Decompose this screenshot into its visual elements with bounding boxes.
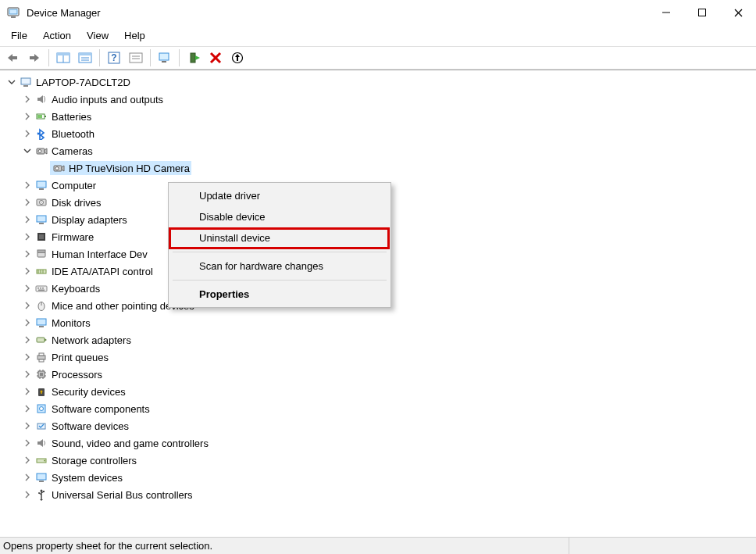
- statusbar: Opens property sheet for the current sel…: [0, 537, 756, 554]
- category-icon: [34, 367, 48, 381]
- tree-category[interactable]: Sound, video and game controllers: [3, 434, 756, 452]
- collapse-icon[interactable]: [6, 77, 17, 88]
- svg-rect-22: [162, 61, 166, 63]
- close-button[interactable]: [720, 0, 756, 25]
- category-icon: [34, 264, 48, 278]
- tree-device[interactable]: HP TrueVision HD Camera: [3, 159, 756, 177]
- expand-icon[interactable]: [22, 111, 33, 122]
- toolbar: ?: [0, 46, 756, 70]
- scan-hardware-button[interactable]: [155, 48, 174, 67]
- expand-icon[interactable]: [22, 369, 33, 380]
- expand-icon[interactable]: [22, 248, 33, 259]
- menu-action[interactable]: Action: [35, 27, 79, 45]
- category-label: Storage controllers: [52, 455, 137, 466]
- ctx-separator: [173, 252, 387, 252]
- expand-icon[interactable]: [22, 94, 33, 105]
- tree-category[interactable]: Batteries: [3, 108, 756, 125]
- help-button[interactable]: ?: [105, 48, 123, 67]
- ctx-disable-device[interactable]: Disable device: [171, 206, 388, 227]
- ctx-update-driver[interactable]: Update driver: [171, 185, 388, 206]
- menu-file[interactable]: File: [3, 27, 35, 45]
- expand-icon[interactable]: [22, 438, 33, 449]
- show-hide-console-button[interactable]: [54, 48, 73, 67]
- ctx-scan-hardware[interactable]: Scan for hardware changes: [171, 256, 388, 277]
- category-icon: [34, 247, 48, 261]
- svg-point-35: [55, 167, 59, 170]
- back-button[interactable]: [3, 48, 22, 67]
- menu-view[interactable]: View: [79, 27, 116, 45]
- category-icon: [34, 350, 48, 364]
- tree-category[interactable]: Processors: [3, 366, 756, 383]
- expand-icon[interactable]: [22, 489, 33, 500]
- svg-rect-42: [39, 223, 44, 224]
- category-icon: [34, 333, 48, 347]
- tree-root-label: LAPTOP-7ADCLT2D: [36, 77, 130, 88]
- category-icon: [34, 316, 48, 330]
- category-label: Human Interface Dev: [52, 248, 148, 260]
- category-label: Software components: [52, 403, 150, 415]
- expand-icon[interactable]: [22, 352, 33, 363]
- category-icon: [34, 109, 48, 123]
- expand-icon[interactable]: [22, 317, 33, 328]
- expand-icon[interactable]: [22, 420, 33, 431]
- svg-rect-37: [39, 188, 44, 190]
- svg-point-86: [38, 492, 40, 494]
- maximize-button[interactable]: [684, 0, 720, 25]
- properties-button[interactable]: [76, 48, 94, 67]
- tree-category[interactable]: Software devices: [3, 417, 756, 434]
- tree-category[interactable]: Monitors: [3, 314, 756, 331]
- enable-device-button[interactable]: [184, 48, 203, 67]
- expand-icon[interactable]: [22, 266, 33, 277]
- svg-rect-59: [39, 326, 44, 327]
- minimize-button[interactable]: [648, 0, 684, 25]
- camera-icon: [52, 161, 66, 175]
- svg-rect-65: [40, 373, 43, 376]
- expand-icon[interactable]: [22, 455, 33, 466]
- expand-icon[interactable]: [22, 283, 33, 294]
- expand-icon[interactable]: [22, 334, 33, 345]
- tree-category[interactable]: Bluetooth: [3, 125, 756, 142]
- tree-category[interactable]: Print queues: [3, 348, 756, 366]
- svg-rect-61: [37, 356, 45, 359]
- expand-icon[interactable]: [22, 403, 33, 414]
- svg-rect-4: [699, 9, 706, 16]
- device-label: HP TrueVision HD Camera: [69, 163, 190, 174]
- menu-help[interactable]: Help: [116, 27, 153, 45]
- tree-category[interactable]: System devices: [3, 469, 756, 486]
- category-label: System devices: [52, 472, 123, 484]
- collapse-icon[interactable]: [22, 145, 33, 156]
- tree-category[interactable]: Cameras: [3, 142, 756, 159]
- expand-icon[interactable]: [22, 231, 33, 242]
- expand-icon[interactable]: [22, 386, 33, 397]
- category-icon: [34, 470, 48, 484]
- expand-icon[interactable]: [22, 300, 33, 311]
- category-label: Bluetooth: [52, 128, 94, 140]
- tree-category[interactable]: Software components: [3, 400, 756, 417]
- svg-rect-87: [43, 491, 45, 492]
- expand-icon[interactable]: [22, 180, 33, 191]
- svg-rect-8: [30, 56, 34, 59]
- expand-icon[interactable]: [22, 197, 33, 208]
- ctx-uninstall-device[interactable]: Uninstall device: [171, 227, 388, 248]
- svg-rect-76: [41, 391, 41, 394]
- update-driver-button[interactable]: [228, 48, 247, 67]
- tree-category[interactable]: Network adapters: [3, 331, 756, 348]
- uninstall-device-button[interactable]: [206, 48, 225, 67]
- expand-icon[interactable]: [22, 128, 33, 139]
- tree-category[interactable]: Audio inputs and outputs: [3, 91, 756, 108]
- action-menu-button[interactable]: [127, 48, 145, 67]
- tree-root[interactable]: LAPTOP-7ADCLT2D: [3, 73, 756, 91]
- svg-point-33: [38, 150, 41, 153]
- toolbar-separator: [179, 49, 180, 66]
- ctx-properties[interactable]: Properties: [171, 284, 388, 305]
- category-label: Keyboards: [52, 283, 100, 295]
- expand-icon[interactable]: [22, 214, 33, 225]
- expand-icon[interactable]: [22, 472, 33, 483]
- svg-rect-28: [23, 85, 28, 87]
- tree-category[interactable]: Universal Serial Bus controllers: [3, 486, 756, 503]
- forward-button[interactable]: [25, 48, 44, 67]
- tree-category[interactable]: Storage controllers: [3, 452, 756, 469]
- tree-category[interactable]: Security devices: [3, 383, 756, 400]
- svg-rect-18: [130, 53, 142, 63]
- category-icon: [34, 488, 48, 502]
